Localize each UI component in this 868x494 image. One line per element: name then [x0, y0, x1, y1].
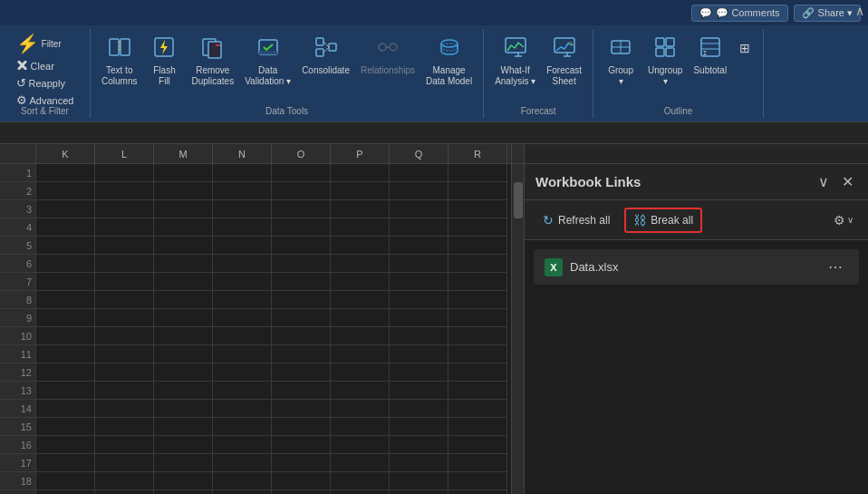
cell[interactable] [36, 472, 95, 490]
cell[interactable] [272, 291, 331, 309]
cell[interactable] [390, 454, 448, 472]
cell[interactable] [272, 237, 331, 255]
cell[interactable] [331, 291, 390, 309]
cell[interactable] [95, 327, 154, 345]
cell[interactable] [36, 436, 95, 454]
cell[interactable] [448, 200, 507, 218]
cell[interactable] [272, 490, 331, 494]
cell[interactable] [36, 200, 95, 218]
cell[interactable] [448, 418, 507, 436]
cell[interactable] [390, 472, 448, 490]
cell[interactable] [272, 400, 331, 418]
table-row[interactable]: 3 [0, 200, 511, 218]
cell[interactable] [36, 164, 95, 182]
cell[interactable] [448, 454, 507, 472]
cell[interactable] [213, 363, 272, 382]
cell[interactable] [154, 454, 213, 472]
cell[interactable] [448, 400, 507, 418]
refresh-all-button[interactable]: ↻ Refresh all [535, 209, 617, 231]
cell[interactable] [448, 309, 507, 327]
cell[interactable] [95, 200, 154, 218]
spreadsheet-area[interactable]: 1234567891011121314151617181920 [0, 164, 511, 494]
cell[interactable] [154, 490, 213, 494]
cell[interactable] [213, 255, 272, 273]
cell[interactable] [95, 255, 154, 273]
cell[interactable] [448, 472, 507, 490]
cell[interactable] [272, 182, 331, 200]
cell[interactable] [95, 218, 154, 237]
cell[interactable] [213, 291, 272, 309]
cell[interactable] [213, 273, 272, 291]
cell[interactable] [390, 164, 448, 182]
col-header-l[interactable]: L [95, 144, 154, 163]
col-header-k[interactable]: K [36, 144, 95, 163]
cell[interactable] [36, 382, 95, 400]
cell[interactable] [272, 273, 331, 291]
table-row[interactable]: 6 [0, 255, 511, 273]
cell[interactable] [448, 237, 507, 255]
col-header-p[interactable]: P [331, 144, 390, 163]
cell[interactable] [36, 418, 95, 436]
vertical-scrollbar[interactable] [511, 164, 524, 494]
cell[interactable] [331, 182, 390, 200]
cell[interactable] [448, 218, 507, 237]
cell[interactable] [154, 218, 213, 237]
cell[interactable] [154, 363, 213, 382]
cell[interactable] [331, 363, 390, 382]
cell[interactable] [390, 345, 448, 363]
cell[interactable] [390, 363, 448, 382]
table-row[interactable]: 11 [0, 345, 511, 363]
cell[interactable] [154, 418, 213, 436]
cell[interactable] [272, 255, 331, 273]
relationships-button[interactable]: Relationships [357, 33, 419, 78]
cell[interactable] [331, 382, 390, 400]
cell[interactable] [95, 382, 154, 400]
cell[interactable] [36, 218, 95, 237]
cell[interactable] [154, 237, 213, 255]
cell[interactable] [331, 255, 390, 273]
cell[interactable] [331, 237, 390, 255]
cell[interactable] [331, 218, 390, 237]
cell[interactable] [448, 490, 507, 494]
cell[interactable] [213, 309, 272, 327]
table-row[interactable]: 4 [0, 218, 511, 237]
col-header-q[interactable]: Q [390, 144, 448, 163]
cell[interactable] [390, 436, 448, 454]
cell[interactable] [154, 327, 213, 345]
cell[interactable] [36, 400, 95, 418]
cell[interactable] [213, 237, 272, 255]
cell[interactable] [272, 472, 331, 490]
col-header-r[interactable]: R [448, 144, 507, 163]
cell[interactable] [390, 309, 448, 327]
text-to-columns-button[interactable]: Text toColumns [98, 33, 140, 89]
manage-data-model-button[interactable]: ManageData Model [422, 33, 476, 89]
table-row[interactable]: 19 [0, 490, 511, 494]
panel-close-button[interactable]: ✕ [838, 171, 857, 192]
filter-button[interactable]: ⚡ Filter [13, 33, 78, 56]
cell[interactable] [331, 327, 390, 345]
cell[interactable] [213, 164, 272, 182]
cell[interactable] [272, 436, 331, 454]
cell[interactable] [95, 363, 154, 382]
cell[interactable] [390, 400, 448, 418]
table-row[interactable]: 14 [0, 400, 511, 418]
cell[interactable] [448, 363, 507, 382]
cell[interactable] [448, 273, 507, 291]
cell[interactable] [36, 182, 95, 200]
cell[interactable] [36, 363, 95, 382]
panel-settings-button[interactable]: ⚙ ∨ [830, 209, 857, 231]
cell[interactable] [272, 454, 331, 472]
cell[interactable] [154, 200, 213, 218]
cell[interactable] [95, 418, 154, 436]
consolidate-button[interactable]: Consolidate [298, 33, 353, 78]
comments-button[interactable]: 💬 💬 Comments [691, 5, 787, 22]
cell[interactable] [272, 363, 331, 382]
cell[interactable] [272, 200, 331, 218]
cell[interactable] [213, 218, 272, 237]
cell[interactable] [390, 382, 448, 400]
what-if-analysis-button[interactable]: What-IfAnalysis ▾ [491, 33, 539, 89]
table-row[interactable]: 8 [0, 291, 511, 309]
cell[interactable] [95, 237, 154, 255]
table-row[interactable]: 15 [0, 418, 511, 436]
cell[interactable] [213, 382, 272, 400]
